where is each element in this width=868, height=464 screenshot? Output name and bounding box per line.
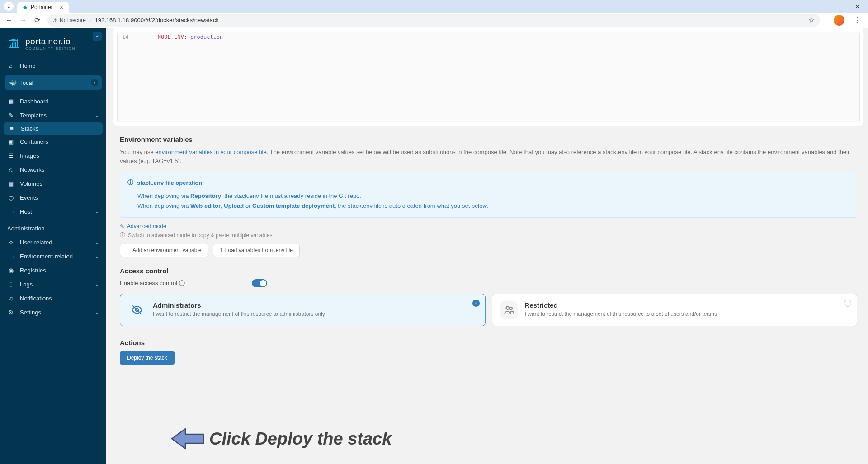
app-sidebar: « portainer.io COMMUNITY EDITION ⌂ Home … <box>0 28 106 464</box>
sidebar-item-label: Events <box>20 194 38 201</box>
not-secure-label: Not secure <box>60 17 86 23</box>
close-window-button[interactable]: ✕ <box>854 3 861 10</box>
window-controls: — ▢ ✕ <box>823 3 864 10</box>
svg-point-2 <box>506 307 509 310</box>
app-logo[interactable]: portainer.io COMMUNITY EDITION <box>0 33 106 59</box>
sidebar-item-label: Environment-related <box>20 253 73 260</box>
access-option-restricted[interactable]: Restricted I want to restrict the manage… <box>492 294 858 326</box>
portainer-logo-icon <box>7 37 21 51</box>
chevron-down-icon: ⌄ <box>95 239 99 245</box>
plus-icon: + <box>127 247 130 253</box>
load-env-file-button[interactable]: ⤴ Load variables from .env file <box>213 244 300 257</box>
enable-access-toggle[interactable] <box>252 279 267 287</box>
svg-point-3 <box>509 307 512 309</box>
sidebar-item-user-related[interactable]: ✧ User-related ⌄ <box>0 235 106 249</box>
sidebar-item-label: Volumes <box>20 180 42 187</box>
deploy-stack-button[interactable]: Deploy the stack <box>120 351 175 365</box>
close-tab-icon[interactable]: × <box>58 4 65 10</box>
env-vars-doc-link[interactable]: environment variables in your compose fi… <box>155 149 266 155</box>
clock-icon: ◷ <box>7 194 14 201</box>
sidebar-item-label: Templates <box>20 112 47 119</box>
arrow-left-icon <box>170 425 206 452</box>
chevron-down-icon: ⌄ <box>95 209 99 215</box>
edit-icon: ✎ <box>7 112 14 119</box>
sidebar-item-notifications[interactable]: ♫ Notifications <box>0 291 106 305</box>
security-indicator[interactable]: ⚠ Not secure <box>53 17 86 23</box>
address-bar[interactable]: ⚠ Not secure | 192.168.1.18:9000/#!/2/do… <box>47 14 820 27</box>
tutorial-annotation: Click Deploy the stack <box>170 425 392 452</box>
home-icon: ⌂ <box>7 62 14 69</box>
sidebar-item-label: Images <box>20 152 39 159</box>
sidebar-collapse-button[interactable]: « <box>93 32 102 41</box>
actions-heading: Actions <box>120 339 857 347</box>
browser-menu-button[interactable]: ⋮ <box>852 16 863 24</box>
radio-unchecked-icon <box>844 300 851 307</box>
info-box-title: stack.env file operation <box>137 179 203 186</box>
bookmark-star-icon[interactable]: ☆ <box>808 16 815 24</box>
back-button[interactable]: ← <box>5 16 13 24</box>
environment-close-icon[interactable]: × <box>91 79 98 86</box>
sidebar-item-label: Logs <box>20 281 33 288</box>
chevron-down-icon: ⌄ <box>95 309 99 315</box>
compose-editor[interactable]: 14 NODE_ENV: production <box>117 32 860 122</box>
tab-search-button[interactable]: ⌄ <box>4 2 14 11</box>
sidebar-item-dashboard[interactable]: ▦ Dashboard <box>0 94 106 108</box>
profile-avatar[interactable] <box>834 15 844 26</box>
add-env-var-button[interactable]: + Add an environment variable <box>120 244 208 257</box>
edit-icon: ✎ <box>120 223 124 230</box>
tab-title: Portainer | <box>31 4 56 10</box>
bell-icon: ♫ <box>7 295 14 302</box>
chevron-down-icon: ⌄ <box>95 112 99 118</box>
minimize-button[interactable]: — <box>823 3 830 10</box>
advanced-mode-link[interactable]: ✎ Advanced mode <box>120 223 857 230</box>
sidebar-item-logs[interactable]: ▯ Logs ⌄ <box>0 277 106 291</box>
option-description: I want to restrict the management of thi… <box>525 311 717 317</box>
sidebar-item-events[interactable]: ◷ Events <box>0 191 106 205</box>
enable-access-label: Enable access control ⓘ <box>120 279 185 287</box>
warning-icon: ⚠ <box>53 17 58 23</box>
file-icon: ▯ <box>7 281 14 288</box>
access-option-administrators[interactable]: Administrators I want to restrict the ma… <box>120 294 486 326</box>
env-variables-heading: Environment variables <box>120 136 857 143</box>
maximize-button[interactable]: ▢ <box>838 3 845 10</box>
advanced-mode-hint: ⓘ Switch to advanced mode to copy & past… <box>120 231 857 239</box>
environment-chip[interactable]: 🐳 local × <box>5 75 102 90</box>
list-icon: ☰ <box>7 152 14 159</box>
sidebar-item-settings[interactable]: ⚙ Settings ⌄ <box>0 305 106 319</box>
access-control-heading: Access control <box>120 267 857 275</box>
sidebar-item-templates[interactable]: ✎ Templates ⌄ <box>0 108 106 122</box>
reload-button[interactable]: ⟳ <box>34 16 40 24</box>
sidebar-item-home[interactable]: ⌂ Home <box>0 59 106 73</box>
sidebar-item-volumes[interactable]: ▤ Volumes <box>0 177 106 191</box>
upload-icon: ⤴ <box>220 247 222 253</box>
line-number: 14 <box>118 32 133 122</box>
hdd-icon: ▭ <box>7 253 14 260</box>
forward-button[interactable]: → <box>20 16 27 24</box>
sidebar-item-networks[interactable]: ⎌ Networks <box>0 163 106 177</box>
code-body[interactable]: NODE_ENV: production <box>133 32 859 122</box>
chevron-down-icon: ⌄ <box>95 253 99 259</box>
sidebar-item-label: Host <box>20 208 32 215</box>
check-icon: ✓ <box>472 300 480 307</box>
sidebar-item-host[interactable]: ▭ Host ⌄ <box>0 205 106 219</box>
sidebar-item-images[interactable]: ☰ Images <box>0 149 106 163</box>
help-icon[interactable]: ⓘ <box>179 280 185 286</box>
info-icon: ⓘ <box>127 178 133 187</box>
sidebar-item-stacks[interactable]: ≡ Stacks <box>4 122 103 135</box>
share-icon: ⎌ <box>7 166 14 173</box>
users-icon <box>500 301 518 319</box>
sidebar-item-label: Containers <box>20 138 48 145</box>
radio-icon: ◉ <box>7 267 14 274</box>
sidebar-item-label: Home <box>20 62 36 69</box>
server-icon: ▭ <box>7 208 14 215</box>
sidebar-item-environment-related[interactable]: ▭ Environment-related ⌄ <box>0 249 106 263</box>
option-description: I want to restrict the management of thi… <box>153 311 325 317</box>
browser-toolbar: ← → ⟳ ⚠ Not secure | 192.168.1.18:9000/#… <box>0 13 868 28</box>
sidebar-item-registries[interactable]: ◉ Registries <box>0 263 106 277</box>
box-icon: ▣ <box>7 138 14 145</box>
browser-tab[interactable]: ◆ Portainer | × <box>17 2 69 13</box>
sidebar-item-label: Networks <box>20 166 44 173</box>
sidebar-item-containers[interactable]: ▣ Containers <box>0 135 106 149</box>
annotation-text: Click Deploy the stack <box>209 429 392 449</box>
env-variables-description: You may use environment variables in you… <box>120 148 857 165</box>
